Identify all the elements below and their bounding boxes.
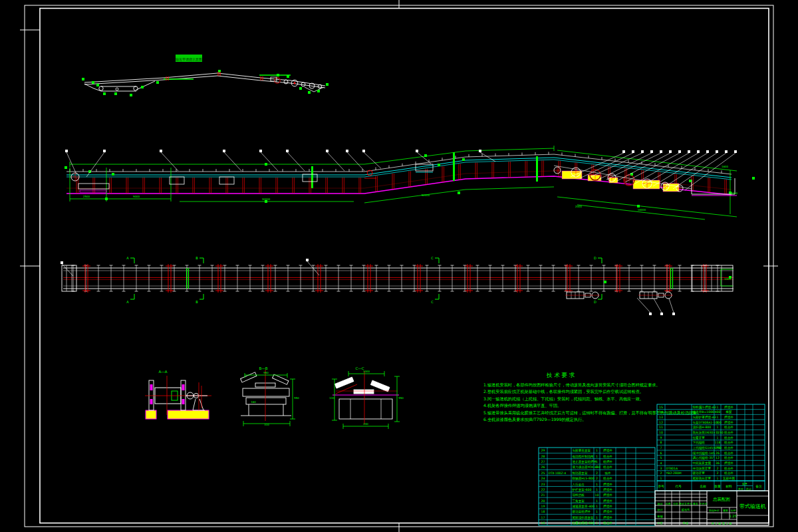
bom-cell: 尾部改向装置 [693, 476, 712, 481]
note-line-1: 1.输送机安装时，各部件均按图样检验尺寸，传动滚筒及改向滚筒安装尺寸须符合图样规… [483, 382, 660, 388]
bom-cell: 头部罩壳支架 [573, 449, 591, 453]
bom-cell: 400 [715, 410, 721, 414]
leader-line [347, 152, 364, 171]
tb-role-process: 工艺 [656, 521, 663, 525]
dim-text: 133 [329, 396, 334, 400]
section-letter: A [126, 300, 129, 304]
dim-text: 550 [398, 396, 404, 400]
tb-role-check: 审核 [657, 515, 663, 518]
bom-cell: 2 [717, 471, 719, 475]
tb-role-design: 设计 [657, 508, 663, 511]
takeup-frame [170, 177, 184, 184]
balloon-marker [649, 313, 652, 315]
dim-line [557, 197, 737, 217]
tb-scale-label: 比例 [731, 509, 736, 512]
leader-line [664, 153, 717, 188]
green-arrow-marker [277, 74, 279, 76]
leader-line [417, 152, 431, 164]
takeup-frame [303, 174, 317, 182]
balloon-marker [650, 150, 653, 153]
bom-cell: 头部护罩焊接-A3 [693, 415, 716, 420]
bom-cell: 组合件 [603, 466, 612, 469]
green-arrow-marker [130, 94, 132, 96]
bom-cell: 联轴器HL5-800 [573, 477, 595, 481]
dim-text: 950 [263, 371, 269, 374]
section-marker [435, 294, 439, 299]
bom-cell: 23 [541, 483, 545, 486]
bom-cell: 118 [715, 441, 721, 444]
green-arrow-marker [458, 192, 460, 194]
balloon-marker [286, 150, 289, 152]
bom-cell: 1 [717, 406, 719, 409]
balloon-marker [346, 150, 348, 152]
bom-cell: 1 [717, 416, 719, 419]
bom-cell: 4 [660, 462, 662, 465]
bom-cell: 制动器支架 [573, 471, 588, 475]
balloon-marker [416, 150, 418, 152]
dim-text: 1600 [722, 165, 729, 168]
takeup-frame [219, 177, 234, 184]
base-block [146, 410, 156, 419]
bom-cell: 2 [660, 471, 662, 475]
detail-b-upper-idler: B—B 950550310160 [241, 366, 300, 426]
leader-line [364, 152, 381, 168]
bom-cell: 组合件 [724, 431, 733, 434]
bom-cell: 组合件 [603, 455, 612, 458]
leader-line [480, 152, 495, 162]
dim-text: 1000 [724, 277, 732, 281]
device [367, 170, 372, 176]
balloon-marker [697, 150, 700, 153]
green-arrow-marker [103, 92, 106, 95]
leader-line [673, 153, 726, 189]
bom-cell: 1 [596, 460, 598, 464]
bom-cell: 22 [541, 488, 545, 491]
bom-cell: 1 [596, 483, 598, 486]
bom-cell: 1 [660, 477, 662, 480]
green-arrow-marker [114, 92, 117, 95]
bom-cell: 11 [659, 426, 663, 429]
section-marker [130, 258, 134, 263]
dim-text: 52000 [422, 194, 430, 197]
takeup-pulley [134, 86, 138, 90]
bom-cell: 20 [541, 499, 545, 503]
note-line-3: 3.同一输送机的托辊（上托辊、下托辊）安装时，托辊间距、轴线、水平、高低应一致。 [483, 396, 644, 402]
section-letter: A [126, 256, 129, 260]
dim-text: 550 [294, 396, 299, 400]
bom-cell: 焊接件 [603, 504, 612, 508]
drawing-name: 总装配图 [712, 497, 730, 502]
bom-cell: 组合件 [724, 471, 733, 475]
bom-cell: 12 [659, 421, 663, 424]
bom-cell: 12 [716, 456, 720, 460]
bom-cell: 拉紧滚筒组-600 [573, 521, 595, 525]
leader-line [685, 153, 735, 190]
leader-line [66, 152, 76, 174]
bom-cell: 1 [717, 431, 719, 434]
balloon-marker [672, 313, 675, 315]
base-frame [339, 399, 392, 419]
leader-line [224, 152, 241, 171]
balloon-marker [259, 150, 262, 152]
elevation-view: 25009000300005200016000400020001600 [65, 146, 755, 219]
bom-cell: 26 [716, 452, 720, 455]
section-letter: D [594, 300, 597, 304]
drive-pulley [275, 78, 280, 83]
green-arrow-marker [689, 180, 692, 182]
balloon-marker [734, 150, 737, 153]
green-arrow-marker [604, 281, 606, 283]
detail-a-takeup-pulley: A—A [145, 370, 211, 419]
section-marker [598, 258, 602, 263]
bom-cell: 焊接件 [724, 405, 733, 409]
bom-cell: 1 [717, 421, 719, 424]
scale-value: 1:25 [729, 514, 736, 518]
bom-cell: 1 [596, 449, 598, 452]
balloon-marker [716, 150, 718, 153]
section-letter: B [196, 256, 198, 260]
bom-cell: 组合件 [724, 452, 733, 455]
cad-drawing-sheet: 输送带缠绕示意图 2500900030000520001600040002000… [0, 0, 798, 532]
bom-cell: 1 [596, 516, 598, 519]
bom-cell: 逆止器支架组焊件 [573, 460, 597, 464]
balloon-marker [641, 150, 644, 153]
bom-cell: 组合件 [724, 426, 733, 429]
bom-cell: 组合件 [724, 467, 733, 470]
bom-cell: 传动滚筒装置 [692, 467, 712, 470]
